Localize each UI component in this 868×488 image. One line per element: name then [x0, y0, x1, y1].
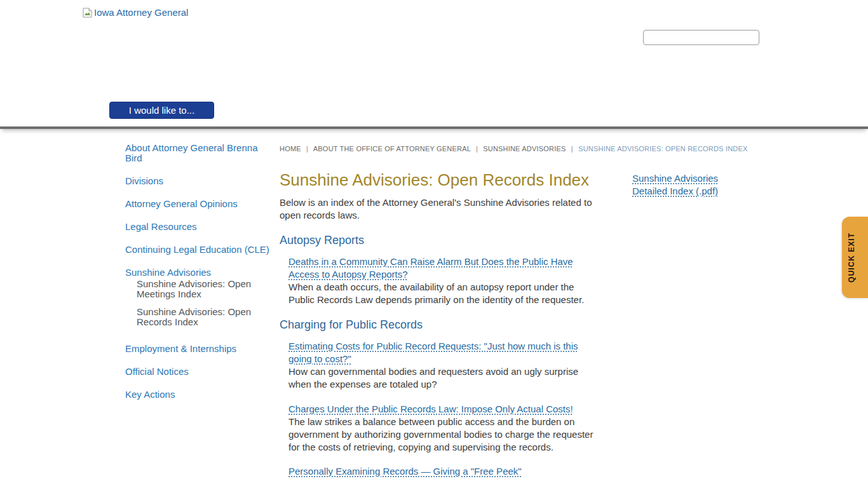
advisory-link-free-peek[interactable]: Personally Examining Records — Giving a …: [288, 466, 522, 477]
sidebar-subitem-open-records-index[interactable]: Sunshine Advisories: Open Records Index: [137, 307, 270, 327]
sidebar-item-attorney-general-opinions[interactable]: Attorney General Opinions: [125, 199, 270, 209]
site-logo-alt-text: Iowa Attorney General: [94, 7, 188, 18]
sidebar-item-legal-resources[interactable]: Legal Resources: [125, 222, 270, 232]
page-title: Sunshine Advisories: Open Records Index: [280, 170, 602, 191]
advisory-description: The law strikes a balance between public…: [288, 416, 602, 454]
search-input[interactable]: [643, 30, 759, 45]
sidebar-nav: About Attorney General Brenna Bird Divis…: [125, 143, 270, 412]
right-sidebar: Sunshine Advisories Detailed Index (.pdf…: [632, 172, 754, 198]
breadcrumb-separator: |: [306, 145, 308, 152]
breadcrumb: HOME | ABOUT THE OFFICE OF ATTORNEY GENE…: [280, 145, 602, 152]
i-would-like-to-button[interactable]: I would like to...: [109, 102, 214, 119]
quick-exit-button[interactable]: QUICK EXIT: [842, 217, 868, 298]
section-heading-autopsy-reports: Autopsy Reports: [280, 234, 602, 247]
breadcrumb-current-page: SUNSHINE ADVISORIES: OPEN RECORDS INDEX: [578, 145, 747, 152]
advisory-entry: Deaths in a Community Can Raise Alarm Bu…: [280, 255, 602, 306]
site-header: Iowa Attorney General I would like to...: [0, 0, 868, 129]
sidebar-item-divisions[interactable]: Divisions: [125, 176, 270, 186]
page-intro: Below is an index of the Attorney Genera…: [280, 196, 602, 222]
broken-image-icon: [83, 8, 92, 18]
sidebar-item-continuing-legal-education[interactable]: Continuing Legal Education (CLE): [125, 245, 270, 255]
advisory-description: How can governmental bodies and requeste…: [288, 365, 602, 391]
detailed-index-pdf-link[interactable]: Sunshine Advisories Detailed Index (.pdf…: [632, 173, 718, 196]
advisory-description: When a death occurs, the availability of…: [288, 281, 602, 306]
breadcrumb-about-office[interactable]: ABOUT THE OFFICE OF ATTORNEY GENERAL: [313, 145, 471, 152]
sidebar-item-employment-internships[interactable]: Employment & Internships: [125, 344, 270, 354]
advisory-link-autopsy-access[interactable]: Deaths in a Community Can Raise Alarm Bu…: [288, 256, 573, 280]
advisory-entry: Personally Examining Records — Giving a …: [280, 465, 602, 478]
quick-exit-label: QUICK EXIT: [847, 233, 856, 283]
sidebar-sunshine-submenu: Sunshine Advisories: Open Meetings Index…: [125, 279, 270, 327]
advisory-entry: Estimating Costs for Public Record Reque…: [280, 340, 602, 391]
page: Iowa Attorney General I would like to...…: [0, 0, 868, 488]
sidebar-item-sunshine-advisories[interactable]: Sunshine Advisories: [125, 268, 270, 278]
breadcrumb-separator: |: [571, 145, 573, 152]
sidebar-item-key-actions[interactable]: Key Actions: [125, 390, 270, 400]
section-heading-charging-for-public-records: Charging for Public Records: [280, 318, 602, 332]
sidebar-item-about-attorney-general[interactable]: About Attorney General Brenna Bird: [125, 143, 270, 163]
site-logo-link[interactable]: Iowa Attorney General: [83, 7, 188, 18]
breadcrumb-home[interactable]: HOME: [280, 145, 301, 152]
sidebar-subitem-open-meetings-index[interactable]: Sunshine Advisories: Open Meetings Index: [137, 279, 270, 299]
advisory-link-estimating-costs[interactable]: Estimating Costs for Public Record Reque…: [288, 341, 578, 364]
breadcrumb-sunshine-advisories[interactable]: SUNSHINE ADVISORIES: [483, 145, 566, 152]
breadcrumb-separator: |: [476, 145, 478, 152]
sidebar-item-official-notices[interactable]: Official Notices: [125, 367, 270, 377]
main-content: HOME | ABOUT THE OFFICE OF ATTORNEY GENE…: [280, 145, 602, 478]
advisory-link-actual-costs[interactable]: Charges Under the Public Records Law: Im…: [288, 403, 573, 414]
advisory-entry: Charges Under the Public Records Law: Im…: [280, 403, 602, 454]
